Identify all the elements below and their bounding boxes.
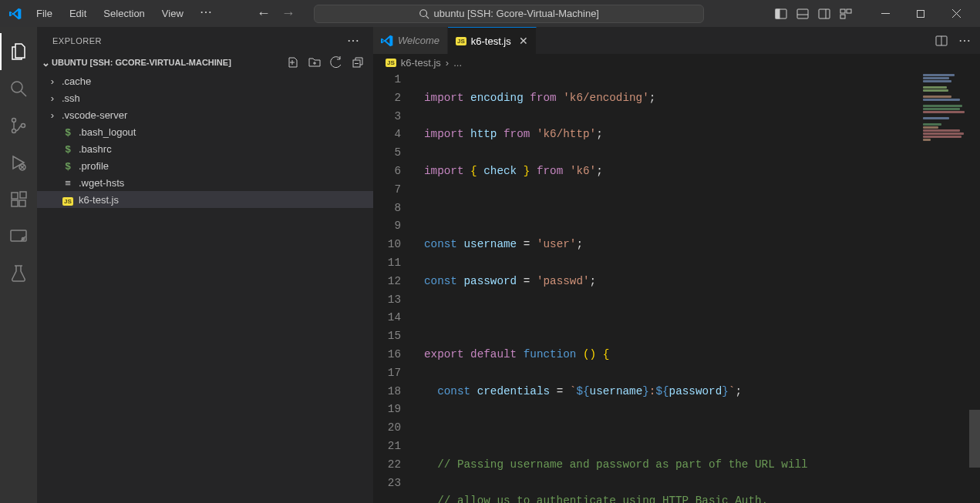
svg-rect-9	[847, 9, 851, 13]
explorer-more-icon[interactable]: ⋯	[347, 33, 360, 48]
close-button[interactable]	[938, 0, 974, 27]
remote-icon	[9, 227, 28, 246]
chevron-right-icon: ›	[446, 57, 449, 69]
svg-rect-3	[776, 9, 780, 18]
activity-run-debug[interactable]	[0, 144, 37, 181]
menu-more[interactable]: ⋯	[194, 5, 218, 22]
tab-welcome[interactable]: Welcome	[373, 27, 448, 54]
tab-close-icon[interactable]: ✕	[519, 35, 528, 47]
extensions-icon	[9, 190, 28, 209]
command-center-text: ubuntu [SSH: Gcore-Virtual-Machine]	[434, 8, 599, 19]
svg-point-0	[419, 9, 426, 16]
tree-file-bashrc[interactable]: $.bashrc	[37, 140, 373, 157]
text-file-icon: ≡	[62, 177, 74, 189]
vscode-logo	[9, 8, 22, 20]
breadcrumb-more: ...	[453, 57, 462, 69]
svg-rect-8	[840, 9, 845, 13]
svg-line-16	[21, 91, 26, 96]
svg-rect-6	[819, 9, 830, 18]
svg-rect-12	[918, 10, 924, 17]
svg-rect-25	[19, 200, 25, 206]
menu-view[interactable]: View	[155, 5, 190, 22]
chevron-right-icon: ›	[48, 109, 57, 121]
scrollbar-thumb[interactable]	[969, 410, 980, 468]
tree-folder-vscode-server[interactable]: ›.vscode-server	[37, 106, 373, 123]
split-editor-icon[interactable]	[935, 35, 948, 47]
new-folder-icon[interactable]	[308, 56, 321, 69]
svg-rect-23	[12, 193, 18, 199]
activity-remote[interactable]	[0, 218, 37, 255]
layout-sidebar-right-icon[interactable]	[818, 8, 830, 20]
js-file-icon: JS	[62, 194, 74, 206]
svg-point-15	[12, 82, 22, 92]
beaker-icon	[9, 264, 28, 283]
shell-icon: $	[62, 160, 74, 172]
search-icon	[9, 79, 28, 98]
menu-bar: File Edit Selection View ⋯	[29, 5, 218, 22]
tab-welcome-label: Welcome	[398, 35, 439, 46]
activity-explorer[interactable]	[0, 33, 37, 70]
new-file-icon[interactable]	[287, 56, 299, 69]
svg-point-17	[12, 119, 16, 122]
file-tree: ›.cache ›.ssh ›.vscode-server $.bash_log…	[37, 71, 373, 208]
menu-file[interactable]: File	[29, 5, 59, 22]
editor-area: Welcome JS k6-test.js ✕ ⋯ JS k6-test.js …	[373, 27, 980, 503]
tree-file-wget-hsts[interactable]: ≡.wget-hsts	[37, 174, 373, 191]
source-control-icon	[9, 116, 28, 135]
tree-file-profile[interactable]: $.profile	[37, 157, 373, 174]
nav-arrows: ← →	[257, 5, 295, 22]
breadcrumb[interactable]: JS k6-test.js › ...	[373, 54, 980, 71]
maximize-button[interactable]	[903, 0, 938, 27]
activity-source-control[interactable]	[0, 107, 37, 144]
vscode-icon	[381, 35, 393, 47]
nav-back-icon[interactable]: ←	[257, 5, 271, 22]
tab-k6-test[interactable]: JS k6-test.js ✕	[448, 27, 537, 54]
layout-panel-icon[interactable]	[796, 8, 809, 20]
nav-forward-icon[interactable]: →	[281, 5, 295, 22]
folder-header[interactable]: ⌄ UBUNTU [SSH: GCORE-VIRTUAL-MACHINE]	[37, 54, 373, 71]
shell-icon: $	[62, 126, 74, 138]
svg-point-18	[12, 129, 16, 133]
command-center[interactable]: ubuntu [SSH: Gcore-Virtual-Machine]	[314, 5, 704, 23]
tree-file-k6-test[interactable]: JSk6-test.js	[37, 191, 373, 208]
tree-file-bash-logout[interactable]: $.bash_logout	[37, 123, 373, 140]
chevron-right-icon: ›	[48, 75, 57, 87]
svg-rect-10	[840, 15, 845, 18]
code-editor[interactable]: 1234567891011121314151617181920212223 im…	[373, 71, 980, 503]
tree-folder-ssh[interactable]: ›.ssh	[37, 89, 373, 106]
line-numbers: 1234567891011121314151617181920212223	[373, 71, 415, 503]
activity-extensions[interactable]	[0, 181, 37, 218]
chevron-right-icon: ›	[48, 92, 57, 104]
search-icon	[419, 8, 429, 19]
layout-customize-icon[interactable]	[840, 8, 852, 20]
vertical-scrollbar[interactable]	[969, 71, 980, 503]
code-content[interactable]: import encoding from 'k6/encoding'; impo…	[415, 71, 918, 503]
debug-icon	[9, 153, 28, 172]
files-icon	[9, 42, 28, 61]
tab-k6-test-label: k6-test.js	[471, 35, 511, 47]
activity-bar	[0, 27, 37, 503]
svg-rect-24	[12, 200, 18, 206]
shell-icon: $	[62, 143, 74, 155]
menu-edit[interactable]: Edit	[62, 5, 93, 22]
tree-folder-cache[interactable]: ›.cache	[37, 72, 373, 89]
svg-rect-4	[797, 9, 808, 18]
titlebar: File Edit Selection View ⋯ ← → ubuntu [S…	[0, 0, 980, 27]
minimize-button[interactable]	[867, 0, 903, 27]
activity-search[interactable]	[0, 70, 37, 107]
editor-more-actions-icon[interactable]: ⋯	[958, 33, 971, 48]
refresh-icon[interactable]	[330, 56, 342, 69]
editor-tabs: Welcome JS k6-test.js ✕ ⋯	[373, 27, 980, 54]
js-file-icon: JS	[386, 59, 396, 67]
js-file-icon: JS	[456, 37, 466, 45]
activity-testing[interactable]	[0, 255, 37, 292]
svg-line-1	[426, 15, 429, 18]
explorer-header: EXPLORER ⋯	[37, 27, 373, 54]
menu-selection[interactable]: Selection	[96, 5, 151, 22]
svg-rect-26	[20, 192, 26, 198]
collapse-all-icon[interactable]	[352, 56, 364, 69]
svg-point-19	[22, 124, 25, 128]
folder-name: UBUNTU [SSH: GCORE-VIRTUAL-MACHINE]	[52, 58, 231, 67]
layout-sidebar-left-icon[interactable]	[775, 8, 787, 20]
breadcrumb-file: k6-test.js	[401, 57, 441, 69]
